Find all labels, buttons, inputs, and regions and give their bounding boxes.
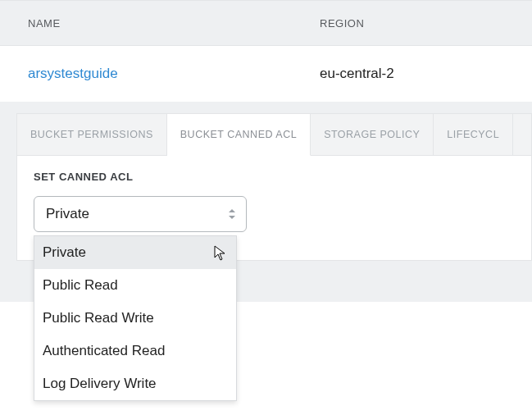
col-name-header: NAME [28,17,61,30]
canned-acl-select[interactable]: Private Private Public Read Public Read … [34,196,247,232]
select-box[interactable]: Private [34,196,247,232]
tab-strip: BUCKET PERMISSIONS BUCKET CANNED ACL STO… [17,114,531,156]
option-private[interactable]: Private [34,236,236,269]
option-authenticated-read[interactable]: Authenticated Read [34,335,236,367]
detail-panel: BUCKET PERMISSIONS BUCKET CANNED ACL STO… [16,113,532,261]
option-public-read-write[interactable]: Public Read Write [34,302,236,335]
canned-acl-dropdown[interactable]: Private Public Read Public Read Write Au… [34,235,237,401]
detail-panel-wrap: BUCKET PERMISSIONS BUCKET CANNED ACL STO… [0,102,532,302]
option-log-delivery-write[interactable]: Log Delivery Write [34,367,236,400]
tab-storage-policy[interactable]: STORAGE POLICY [311,114,434,155]
option-public-read[interactable]: Public Read [34,269,236,302]
form-label: SET CANNED ACL [34,171,515,183]
table-header: NAME REGION [0,0,532,46]
table-row: arsystestguide eu-central-2 [0,46,532,102]
tab-content: SET CANNED ACL Private Private Public Re… [17,156,531,260]
tab-bucket-permissions[interactable]: BUCKET PERMISSIONS [17,114,167,155]
bucket-link[interactable]: arsystestguide [28,66,118,81]
region-value: eu-central-2 [320,66,394,81]
col-region-header: REGION [320,17,364,30]
tab-bucket-canned-acl[interactable]: BUCKET CANNED ACL [167,114,311,156]
tab-lifecycle[interactable]: LIFECYCL [434,114,513,155]
select-value: Private [46,206,89,222]
